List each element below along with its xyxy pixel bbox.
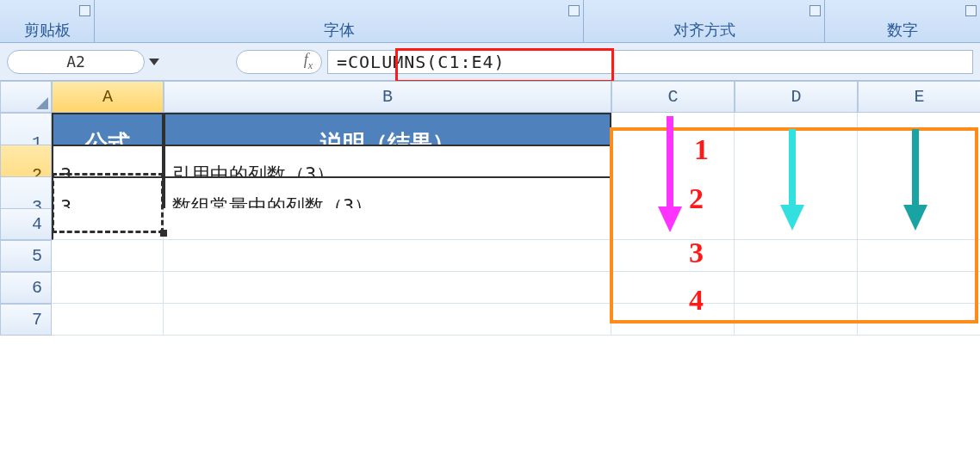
- cell-a7[interactable]: [52, 304, 164, 336]
- fx-icon: fx: [304, 51, 313, 72]
- col-header-d[interactable]: D: [735, 81, 858, 113]
- ribbon-group-label: 数字: [887, 20, 918, 40]
- col-header-a[interactable]: A: [52, 81, 164, 113]
- cell-b5[interactable]: [164, 240, 611, 272]
- cell-e7[interactable]: [858, 304, 980, 336]
- dialog-launcher-icon[interactable]: [965, 5, 977, 16]
- cell-e6[interactable]: [858, 272, 980, 304]
- cell-e5[interactable]: [858, 240, 980, 272]
- ribbon-group-number[interactable]: 数字: [825, 0, 980, 42]
- cell-b6[interactable]: [164, 272, 611, 304]
- cell-c4[interactable]: [611, 208, 735, 240]
- select-all-corner[interactable]: [0, 81, 52, 113]
- row-header-4[interactable]: 4: [0, 208, 52, 240]
- cell-a5[interactable]: [52, 240, 164, 272]
- name-box-value: A2: [66, 52, 85, 71]
- spreadsheet-grid[interactable]: A B C D E 1 公式 说明（结果） 2 3 引用中的列数（3） 3 3 …: [0, 81, 980, 336]
- cell-c6[interactable]: [611, 272, 735, 304]
- ribbon-group-label: 对齐方式: [673, 20, 735, 40]
- ribbon-group-label: 字体: [324, 20, 355, 40]
- name-box[interactable]: A2: [7, 50, 145, 74]
- cell-b4[interactable]: [164, 208, 611, 240]
- dialog-launcher-icon[interactable]: [79, 5, 90, 16]
- cell-a4[interactable]: [52, 208, 164, 240]
- dialog-launcher-icon[interactable]: [568, 5, 580, 16]
- ribbon-groups-bar: 剪贴板 字体 对齐方式 数字: [0, 0, 980, 43]
- insert-function-button[interactable]: fx: [236, 50, 322, 74]
- cell-d5[interactable]: [735, 240, 858, 272]
- col-header-b[interactable]: B: [164, 81, 611, 113]
- cell-d6[interactable]: [735, 272, 858, 304]
- formula-input[interactable]: =COLUMNS(C1:E4): [327, 50, 973, 74]
- cell-b7[interactable]: [164, 304, 611, 336]
- cell-a6[interactable]: [52, 272, 164, 304]
- cell-d4[interactable]: [735, 208, 858, 240]
- cell-d7[interactable]: [735, 304, 858, 336]
- row-header-6[interactable]: 6: [0, 272, 52, 304]
- chevron-down-icon[interactable]: [149, 59, 159, 65]
- fill-handle[interactable]: [160, 230, 167, 237]
- col-header-c[interactable]: C: [611, 81, 735, 113]
- formula-text: =COLUMNS(C1:E4): [337, 52, 506, 72]
- cell-c5[interactable]: [611, 240, 735, 272]
- cell-e4[interactable]: [858, 208, 980, 240]
- formula-bar: A2 fx =COLUMNS(C1:E4): [0, 43, 980, 81]
- row-header-5[interactable]: 5: [0, 240, 52, 272]
- ribbon-group-font[interactable]: 字体: [95, 0, 584, 42]
- dialog-launcher-icon[interactable]: [809, 5, 821, 16]
- cell-c7[interactable]: [611, 304, 735, 336]
- ribbon-group-clipboard[interactable]: 剪贴板: [0, 0, 95, 42]
- col-header-e[interactable]: E: [858, 81, 980, 113]
- row-header-7[interactable]: 7: [0, 304, 52, 336]
- ribbon-group-label: 剪贴板: [24, 20, 71, 40]
- ribbon-group-alignment[interactable]: 对齐方式: [584, 0, 825, 42]
